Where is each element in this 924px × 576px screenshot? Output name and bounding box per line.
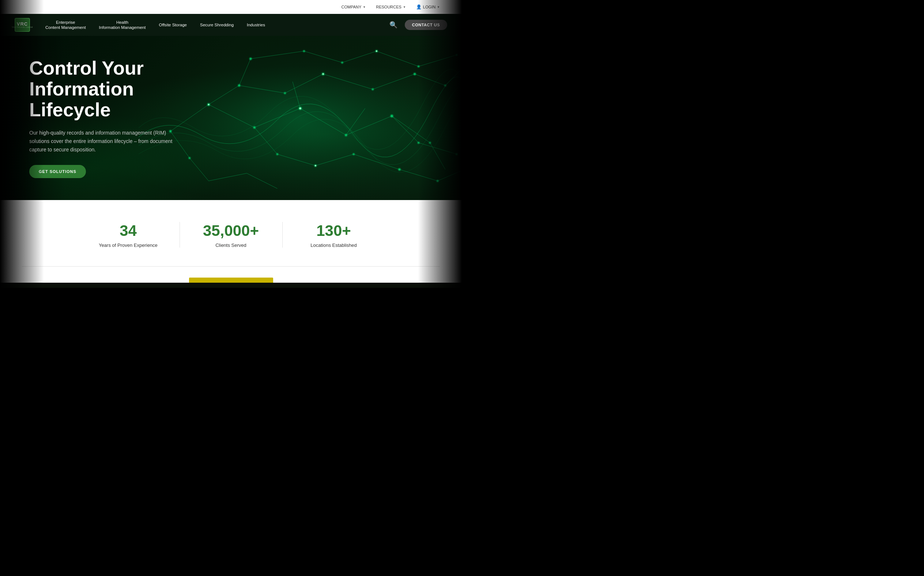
nav-item-health[interactable]: Health Information Management <box>93 20 152 30</box>
divider-line <box>22 266 440 267</box>
logo[interactable]: VRC Vital Records Control <box>14 18 30 32</box>
svg-point-50 <box>249 58 252 59</box>
svg-point-57 <box>436 180 438 182</box>
svg-point-40 <box>429 142 431 144</box>
svg-point-36 <box>253 126 256 128</box>
yellow-strip <box>189 278 273 283</box>
company-label: COMPANY <box>342 5 361 9</box>
contact-us-button[interactable]: CONTACT US <box>405 20 447 30</box>
resources-chevron-icon: ▼ <box>403 5 406 9</box>
stat-number-locations: 130+ <box>294 222 374 240</box>
svg-point-48 <box>352 153 354 155</box>
nav-health-line1: Health <box>99 20 146 25</box>
svg-point-49 <box>398 168 400 170</box>
company-link[interactable]: COMPANY ▼ <box>342 5 366 9</box>
nav-right: 🔍 CONTACT US <box>388 19 447 30</box>
svg-point-63 <box>322 73 324 75</box>
logo-box: VRC Vital Records Control <box>14 18 30 32</box>
login-label: LOGIN <box>423 5 435 9</box>
stat-label-experience: Years of Proven Experience <box>88 242 169 248</box>
search-button[interactable]: 🔍 <box>388 19 399 30</box>
stat-item-clients: 35,000+ Clients Served <box>180 222 282 248</box>
get-solutions-button[interactable]: GET SOLUTIONS <box>29 165 86 178</box>
nav-enterprise-line1: Enterprise <box>45 20 86 25</box>
resources-label: RESOURCES <box>376 5 401 9</box>
logo-sub-text: Vital Records Control <box>12 26 33 28</box>
nav-links: Enterprise Content Management Health Inf… <box>39 20 388 30</box>
nav-item-enterprise[interactable]: Enterprise Content Management <box>39 20 93 30</box>
svg-point-42 <box>284 92 286 94</box>
stats-bottom-divider <box>0 266 462 278</box>
svg-point-46 <box>277 153 278 155</box>
stats-section: 34 Years of Proven Experience 35,000+ Cl… <box>0 200 462 266</box>
stat-label-clients: Clients Served <box>191 242 271 248</box>
login-link[interactable]: 👤 LOGIN ▼ <box>416 5 440 10</box>
svg-point-38 <box>345 134 347 136</box>
nav-item-offsite[interactable]: Offsite Storage <box>152 22 193 27</box>
svg-point-65 <box>315 165 316 166</box>
svg-point-60 <box>417 142 419 144</box>
svg-point-56 <box>444 85 446 86</box>
hero-content: Control Your Information Lifecycle Our h… <box>0 36 197 200</box>
svg-point-64 <box>208 104 209 105</box>
main-container: COMPANY ▼ RESOURCES ▼ 👤 LOGIN ▼ VRC Vita… <box>0 0 462 283</box>
svg-point-39 <box>390 115 393 117</box>
svg-point-55 <box>456 54 457 56</box>
svg-point-61 <box>456 153 457 155</box>
svg-point-41 <box>238 85 240 87</box>
stat-number-clients: 35,000+ <box>191 222 271 240</box>
nav-item-industries[interactable]: Industries <box>240 22 272 27</box>
stat-item-experience: 34 Years of Proven Experience <box>77 222 179 248</box>
svg-point-51 <box>303 50 305 52</box>
stat-number-experience: 34 <box>88 222 169 240</box>
nav-enterprise-line2: Content Management <box>45 25 86 30</box>
svg-point-54 <box>417 66 419 67</box>
search-icon: 🔍 <box>389 21 398 29</box>
hero-title: Control Your Information Lifecycle <box>29 58 183 121</box>
resources-link[interactable]: RESOURCES ▼ <box>376 5 406 9</box>
hero-section: Control Your Information Lifecycle Our h… <box>0 36 462 200</box>
svg-point-62 <box>299 107 301 109</box>
login-chevron-icon: ▼ <box>437 5 440 9</box>
svg-point-44 <box>372 88 374 90</box>
svg-point-45 <box>414 73 416 75</box>
utility-bar: COMPANY ▼ RESOURCES ▼ 👤 LOGIN ▼ <box>0 0 462 14</box>
nav-item-shredding[interactable]: Secure Shredding <box>193 22 240 27</box>
primary-nav: VRC Vital Records Control Enterprise Con… <box>0 14 462 36</box>
hero-description: Our high-quality records and information… <box>29 129 183 154</box>
stat-item-locations: 130+ Locations Established <box>283 222 385 248</box>
nav-health-line2: Information Management <box>99 25 146 30</box>
company-chevron-icon: ▼ <box>363 5 366 9</box>
page-wrapper: COMPANY ▼ RESOURCES ▼ 👤 LOGIN ▼ VRC Vita… <box>0 0 462 288</box>
person-icon: 👤 <box>416 5 422 10</box>
svg-point-52 <box>341 61 343 63</box>
yellow-strip-container <box>0 278 462 283</box>
stat-label-locations: Locations Established <box>294 242 374 248</box>
svg-point-66 <box>376 50 377 52</box>
